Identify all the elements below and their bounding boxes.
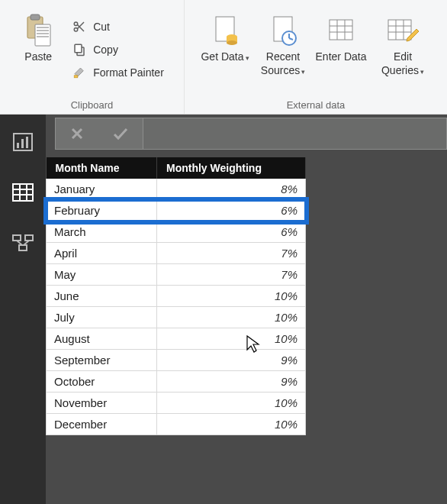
recent-sources-icon — [268, 11, 298, 50]
tab-report[interactable] — [9, 128, 37, 156]
paintbrush-icon — [72, 65, 87, 80]
cell-weight[interactable]: 10% — [157, 286, 306, 307]
table-row[interactable]: April7% — [47, 243, 306, 264]
enter-data-icon — [326, 11, 356, 50]
svg-rect-42 — [25, 235, 33, 241]
get-data-button[interactable]: Get Data▾ — [199, 8, 251, 92]
table-row[interactable]: June10% — [47, 286, 306, 307]
cell-weight[interactable]: 7% — [157, 243, 306, 264]
get-data-label: Get Data — [201, 50, 243, 63]
cell-weight[interactable]: 10% — [157, 328, 306, 350]
cell-weight[interactable]: 10% — [157, 414, 306, 435]
svg-rect-6 — [37, 36, 49, 37]
table-row[interactable]: August10% — [47, 328, 306, 350]
table-row[interactable]: February6% — [47, 200, 306, 221]
svg-rect-13 — [74, 76, 78, 78]
cell-weight[interactable]: 8% — [157, 179, 306, 200]
format-painter-button[interactable]: Format Painter — [67, 63, 169, 82]
canvas: Month Name Monthly Weighting January8%Fe… — [46, 115, 447, 504]
cell-month[interactable]: December — [47, 414, 157, 435]
format-painter-label: Format Painter — [93, 66, 164, 79]
ribbon: Paste Cut Copy — [0, 0, 447, 115]
cell-weight[interactable]: 6% — [157, 200, 306, 221]
cell-weight[interactable]: 7% — [157, 264, 306, 286]
svg-rect-12 — [75, 44, 82, 53]
external-data-group-label: External data — [287, 96, 346, 112]
chevron-down-icon: ▾ — [246, 54, 249, 62]
copy-label: Copy — [93, 44, 118, 56]
cell-month[interactable]: November — [47, 393, 157, 414]
close-icon — [69, 125, 85, 142]
edit-queries-icon — [386, 11, 420, 50]
formula-cancel-button[interactable] — [69, 125, 85, 142]
cell-weight[interactable]: 6% — [157, 221, 306, 243]
ribbon-group-external-data: Get Data▾ Recent Sources▾ Enter Data Edi… — [185, 0, 447, 114]
cell-month[interactable]: September — [47, 350, 157, 371]
edit-queries-button[interactable]: Edit Queries▾ — [373, 8, 433, 92]
table-row[interactable]: July10% — [47, 307, 306, 328]
ribbon-group-clipboard: Paste Cut Copy — [0, 0, 185, 114]
svg-rect-22 — [330, 20, 352, 40]
svg-point-17 — [227, 40, 237, 45]
table-row[interactable]: March6% — [47, 221, 306, 243]
cell-weight[interactable]: 10% — [157, 393, 306, 414]
svg-rect-27 — [388, 20, 411, 40]
clipboard-group-label: Clipboard — [71, 96, 114, 112]
svg-rect-43 — [19, 245, 27, 250]
column-header-weight[interactable]: Monthly Weighting — [157, 157, 306, 179]
column-header-month[interactable]: Month Name — [47, 157, 157, 179]
svg-rect-3 — [37, 27, 49, 28]
cell-month[interactable]: July — [47, 307, 157, 328]
svg-rect-34 — [21, 139, 24, 148]
work-area: Month Name Monthly Weighting January8%Fe… — [0, 115, 447, 504]
cell-month[interactable]: October — [47, 371, 157, 393]
enter-data-label: Enter Data — [316, 50, 367, 64]
cell-weight[interactable]: 9% — [157, 350, 306, 371]
cell-month[interactable]: May — [47, 264, 157, 286]
bar-chart-icon — [12, 132, 34, 152]
cut-button[interactable]: Cut — [67, 18, 169, 36]
data-table: Month Name Monthly Weighting January8%Fe… — [46, 157, 306, 435]
table-row[interactable]: January8% — [47, 179, 306, 200]
paste-icon — [23, 11, 53, 50]
cell-month[interactable]: January — [47, 179, 157, 200]
svg-rect-41 — [13, 235, 21, 241]
svg-rect-4 — [37, 30, 49, 31]
svg-rect-35 — [26, 137, 28, 148]
svg-rect-36 — [13, 184, 33, 201]
svg-rect-1 — [31, 15, 40, 20]
cell-month[interactable]: June — [47, 286, 157, 307]
cell-weight[interactable]: 9% — [157, 371, 306, 393]
tab-model[interactable] — [9, 229, 37, 257]
tab-data[interactable] — [9, 179, 37, 206]
cell-month[interactable]: April — [47, 243, 157, 264]
chevron-down-icon: ▾ — [420, 68, 424, 76]
table-row[interactable]: October9% — [47, 371, 306, 393]
cut-label: Cut — [93, 21, 110, 33]
paste-label: Paste — [24, 50, 52, 64]
formula-commit-button[interactable] — [111, 125, 130, 142]
table-row[interactable]: May7% — [47, 264, 306, 286]
view-tabs — [0, 115, 46, 504]
svg-rect-5 — [37, 33, 49, 34]
paste-button[interactable]: Paste — [15, 8, 61, 92]
enter-data-button[interactable]: Enter Data — [315, 8, 367, 92]
cell-month[interactable]: February — [47, 200, 157, 221]
copy-icon — [72, 42, 87, 57]
get-data-icon — [210, 11, 240, 50]
table-row[interactable]: December10% — [47, 414, 306, 435]
table-icon — [12, 183, 34, 202]
model-icon — [11, 234, 34, 252]
copy-button[interactable]: Copy — [67, 40, 169, 59]
formula-input[interactable] — [143, 118, 447, 150]
cell-month[interactable]: August — [47, 328, 157, 350]
recent-sources-button[interactable]: Recent Sources▾ — [257, 8, 309, 92]
cell-weight[interactable]: 10% — [157, 307, 306, 328]
cell-month[interactable]: March — [47, 221, 157, 243]
scissors-icon — [72, 19, 87, 34]
recent-sources-label: Recent Sources — [261, 50, 300, 76]
svg-rect-33 — [17, 143, 19, 148]
table-row[interactable]: September9% — [47, 350, 306, 371]
table-row[interactable]: November10% — [47, 393, 306, 414]
formula-bar — [46, 115, 447, 153]
